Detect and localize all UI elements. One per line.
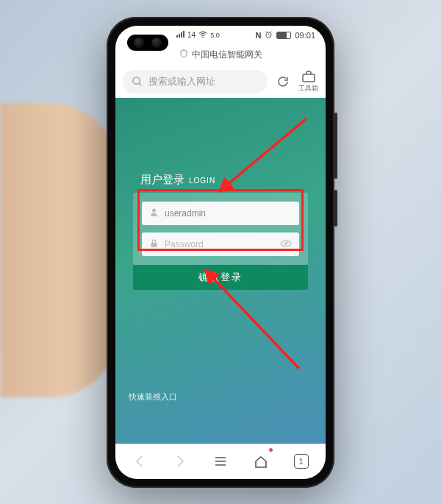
login-submit-label: 确认登录 xyxy=(198,271,243,284)
login-title-en: LOGIN xyxy=(189,177,215,185)
svg-rect-3 xyxy=(303,74,315,82)
tab-count: 1 xyxy=(294,454,309,469)
screen: 14 5.0 N 09:01 中国电信智能网关 xyxy=(115,26,326,479)
nav-tabs-button[interactable]: 1 xyxy=(287,447,316,476)
nav-forward-button[interactable] xyxy=(165,447,195,476)
refresh-button[interactable] xyxy=(275,74,291,90)
wifi-icon xyxy=(198,31,207,40)
page-content: 用户登录 LOGIN useradmin Password xyxy=(115,98,326,444)
nav-home-button[interactable] xyxy=(246,447,276,476)
camera-cutout xyxy=(127,35,168,51)
svg-point-2 xyxy=(133,77,140,84)
alarm-icon xyxy=(265,30,273,40)
username-field[interactable]: useradmin xyxy=(142,202,299,225)
login-submit-button[interactable]: 确认登录 xyxy=(133,265,308,290)
password-field[interactable]: Password xyxy=(142,233,299,256)
notification-dot-icon xyxy=(269,448,273,452)
url-bar: 搜索或输入网址 工具箱 xyxy=(115,65,326,98)
battery-icon xyxy=(276,32,291,39)
toolbox-label: 工具箱 xyxy=(298,84,318,93)
page-title: 中国电信智能网关 xyxy=(192,49,262,61)
clock-time: 09:01 xyxy=(295,31,315,40)
nfc-icon: N xyxy=(256,31,262,40)
username-value: useradmin xyxy=(165,208,292,219)
svg-rect-5 xyxy=(151,243,157,247)
password-placeholder: Password xyxy=(165,239,274,249)
phone-frame: 14 5.0 N 09:01 中国电信智能网关 xyxy=(107,17,334,488)
user-icon xyxy=(149,207,159,220)
search-placeholder: 搜索或输入网址 xyxy=(148,75,215,88)
network-label: 14 xyxy=(187,31,196,39)
toolbox-button[interactable]: 工具箱 xyxy=(298,70,318,93)
power-button xyxy=(334,190,337,227)
svg-point-0 xyxy=(202,36,204,38)
shield-icon xyxy=(179,49,188,60)
nav-back-button[interactable] xyxy=(125,447,154,476)
login-title-cn: 用户登录 xyxy=(140,173,184,187)
login-block: 用户登录 LOGIN useradmin Password xyxy=(133,173,308,290)
browser-bottom-nav: 1 xyxy=(115,444,326,479)
lock-icon xyxy=(149,238,159,251)
signal-icon xyxy=(176,31,184,40)
volume-button xyxy=(334,113,337,179)
toggle-visibility-icon[interactable] xyxy=(280,238,292,251)
search-input[interactable]: 搜索或输入网址 xyxy=(123,70,268,93)
nav-menu-button[interactable] xyxy=(206,447,235,476)
fast-install-link[interactable]: 快速装维入口 xyxy=(129,391,177,402)
rate-label: 5.0 xyxy=(210,32,220,39)
svg-point-4 xyxy=(152,208,156,212)
